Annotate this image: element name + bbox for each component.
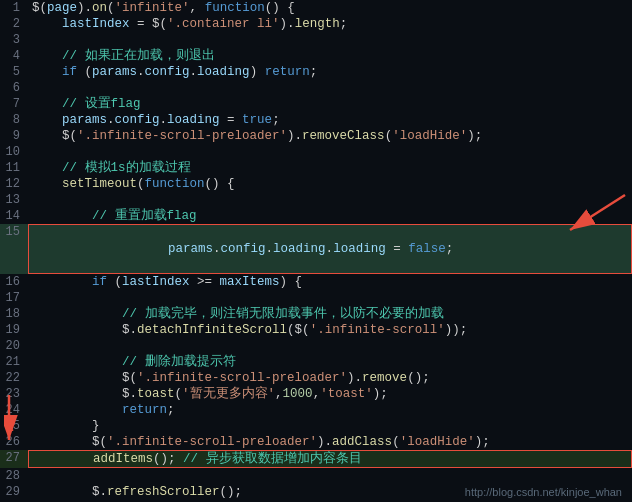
line-number: 22 — [0, 370, 28, 386]
watermark: http://blog.csdn.net/kinjoe_whan — [465, 486, 622, 498]
line-content: addItems(); // 异步获取数据增加内容条目 — [28, 450, 632, 468]
svg-line-1 — [570, 195, 625, 230]
table-row: 19 $.detachInfiniteScroll($('.infinite-s… — [0, 322, 632, 338]
line-number: 15 — [0, 224, 28, 274]
line-number: 9 — [0, 128, 28, 144]
line-content: if (params.config.loading) return; — [28, 64, 632, 80]
line-content — [28, 32, 632, 48]
line-content: $('.infinite-scroll-preloader').remove()… — [28, 370, 632, 386]
table-row: 22 $('.infinite-scroll-preloader').remov… — [0, 370, 632, 386]
line-number: 18 — [0, 306, 28, 322]
line-number: 20 — [0, 338, 28, 354]
table-row: 14 // 重置加载flag — [0, 208, 632, 224]
line-content: params.config.loading.loading = false; — [28, 224, 632, 274]
line-number: 4 — [0, 48, 28, 64]
line-content: $('.infinite-scroll-preloader').addClass… — [28, 434, 632, 450]
line-content: $('.infinite-scroll-preloader').removeCl… — [28, 128, 632, 144]
line-content: if (lastIndex >= maxItems) { — [28, 274, 632, 290]
line-number: 14 — [0, 208, 28, 224]
line-content: // 删除加载提示符 — [28, 354, 632, 370]
table-row: 10 — [0, 144, 632, 160]
line-content: lastIndex = $('.container li').length; — [28, 16, 632, 32]
line-content: // 模拟1s的加载过程 — [28, 160, 632, 176]
line-number: 2 — [0, 16, 28, 32]
line-content: // 加载完毕，则注销无限加载事件，以防不必要的加载 — [28, 306, 632, 322]
line-number: 6 — [0, 80, 28, 96]
table-row: 28 — [0, 468, 632, 484]
table-row: 20 — [0, 338, 632, 354]
table-row: 2 lastIndex = $('.container li').length; — [0, 16, 632, 32]
line-number: 12 — [0, 176, 28, 192]
table-row: 18 // 加载完毕，则注销无限加载事件，以防不必要的加载 — [0, 306, 632, 322]
line-content — [28, 290, 632, 306]
table-row: 4 // 如果正在加载，则退出 — [0, 48, 632, 64]
table-row: 11 // 模拟1s的加载过程 — [0, 160, 632, 176]
arrow-annotation-1 — [550, 190, 630, 240]
table-row: 6 — [0, 80, 632, 96]
table-row: 26 $('.infinite-scroll-preloader').addCl… — [0, 434, 632, 450]
table-row: 17 — [0, 290, 632, 306]
line-number: 11 — [0, 160, 28, 176]
table-row: 16 if (lastIndex >= maxItems) { — [0, 274, 632, 290]
code-table: 1 $(page).on('infinite', function() { 2 … — [0, 0, 632, 502]
line-content — [28, 338, 632, 354]
line-number: 8 — [0, 112, 28, 128]
code-editor: 1 $(page).on('infinite', function() { 2 … — [0, 0, 632, 502]
table-row: 27 addItems(); // 异步获取数据增加内容条目 — [0, 450, 632, 468]
line-content — [28, 192, 632, 208]
table-row: 23 $.toast('暂无更多内容',1000,'toast'); — [0, 386, 632, 402]
line-content: setTimeout(function() { — [28, 176, 632, 192]
line-number: 1 — [0, 0, 28, 16]
line-content: // 重置加载flag — [28, 208, 632, 224]
annotation-number-2: 2 — [6, 418, 14, 434]
table-row: 24 return; — [0, 402, 632, 418]
line-number: 3 — [0, 32, 28, 48]
line-content: $.toast('暂无更多内容',1000,'toast'); — [28, 386, 632, 402]
line-number: 28 — [0, 468, 28, 484]
line-number: 19 — [0, 322, 28, 338]
table-row: 15 params.config.loading.loading = false… — [0, 224, 632, 274]
line-number: 29 — [0, 484, 28, 500]
line-number: 17 — [0, 290, 28, 306]
table-row: 13 — [0, 192, 632, 208]
line-number: 5 — [0, 64, 28, 80]
table-row: 3 — [0, 32, 632, 48]
line-number: 27 — [0, 450, 28, 468]
table-row: 21 // 删除加载提示符 — [0, 354, 632, 370]
table-row: 7 // 设置flag — [0, 96, 632, 112]
line-content: } — [28, 418, 632, 434]
table-row: 12 setTimeout(function() { — [0, 176, 632, 192]
line-content: params.config.loading = true; — [28, 112, 632, 128]
table-row: 9 $('.infinite-scroll-preloader').remove… — [0, 128, 632, 144]
table-row: 25 } — [0, 418, 632, 434]
line-content — [28, 144, 632, 160]
line-number: 16 — [0, 274, 28, 290]
line-content: return; — [28, 402, 632, 418]
line-content — [28, 80, 632, 96]
line-content: $.detachInfiniteScroll($('.infinite-scro… — [28, 322, 632, 338]
line-content: // 设置flag — [28, 96, 632, 112]
line-number: 21 — [0, 354, 28, 370]
line-number: 7 — [0, 96, 28, 112]
line-number: 10 — [0, 144, 28, 160]
table-row: 8 params.config.loading = true; — [0, 112, 632, 128]
table-row: 1 $(page).on('infinite', function() { — [0, 0, 632, 16]
line-content: $(page).on('infinite', function() { — [28, 0, 632, 16]
line-content — [28, 468, 632, 484]
line-content: // 如果正在加载，则退出 — [28, 48, 632, 64]
table-row: 5 if (params.config.loading) return; — [0, 64, 632, 80]
line-number: 13 — [0, 192, 28, 208]
